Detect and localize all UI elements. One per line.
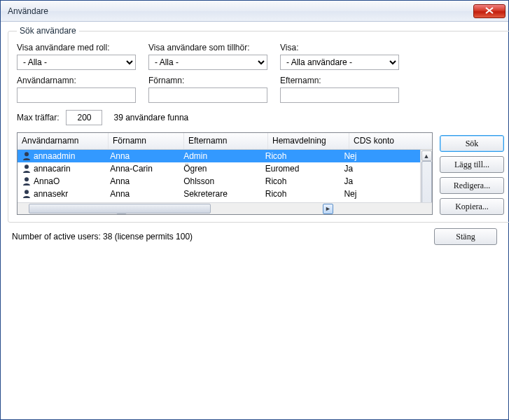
table-row[interactable]: annacarinAnna-CarinÖgrenEuromedJa [18,162,420,175]
cell-firstname: Anna [106,189,179,199]
cell-lastname: Sekreterare [179,189,261,199]
user-icon [22,189,32,199]
close-icon [485,6,494,16]
client-area: Sök användare Visa användare med roll: -… [1,22,508,419]
cell-firstname: Anna [106,151,179,161]
cell-department: Ricoh [261,176,340,186]
window-title: Användare [8,6,48,16]
cell-username: annaadmin [34,151,75,161]
vertical-scrollbar[interactable]: ▲ ▼ [420,150,432,202]
maxhits-input[interactable] [66,110,102,125]
user-icon [22,164,32,174]
search-button[interactable]: Sök [440,135,504,152]
svg-point-2 [25,177,29,181]
cell-lastname: Ohlsson [179,176,261,186]
cell-lastname: Admin [179,151,261,161]
license-status: Number of active users: 38 (license perm… [12,232,193,241]
add-button[interactable]: Lägg till... [440,156,504,173]
belongs-label: Visa användare som tillhör: [148,43,267,52]
username-input[interactable] [17,88,136,103]
titlebar: Användare [1,1,508,22]
footer: Number of active users: 38 (license perm… [8,223,501,246]
firstname-label: Förnamn: [148,76,267,85]
table-row[interactable]: annasekrAnnaSekreterareRicohNej [18,188,420,200]
cell-username: annasekr [34,189,68,199]
col-department[interactable]: Hemavdelning [268,133,349,149]
user-icon [22,151,32,161]
cell-cds: Ja [340,176,420,186]
scroll-up-icon[interactable]: ▲ [421,150,432,161]
hscroll-thumb[interactable] [29,204,211,214]
col-firstname[interactable]: Förnamn [109,133,184,149]
search-legend: Sök användare [17,26,79,36]
cell-cds: Nej [340,151,420,161]
cell-username: AnnaO [34,176,60,186]
close-button[interactable] [473,4,505,18]
role-label: Visa användare med roll: [17,43,136,52]
search-fieldset: Sök användare Visa användare med roll: -… [8,26,509,223]
username-label: Användarnamn: [17,76,136,85]
cell-lastname: Ögren [179,164,261,174]
dialog-window: Användare Sök användare Visa användare m… [0,0,509,420]
svg-point-1 [25,164,29,169]
cell-department: Ricoh [261,189,340,199]
col-cds[interactable]: CDS konto [349,133,432,149]
user-icon [22,176,32,186]
maxhits-label: Max träffar: [17,113,59,122]
table-row[interactable]: annaadminAnnaAdminRicohNej [18,150,420,162]
cell-firstname: Anna-Carin [106,164,179,174]
role-select[interactable]: - Alla - [17,55,136,70]
show-label: Visa: [280,43,399,52]
belongs-select[interactable]: - Alla - [148,55,267,70]
table-body: annaadminAnnaAdminRicohNejannacarinAnna-… [18,150,432,202]
users-table: Användarnamn Förnamn Efternamn Hemavdeln… [17,132,433,215]
lastname-input[interactable] [280,88,399,103]
cell-firstname: Anna [106,176,179,186]
lastname-label: Efternamn: [280,76,399,85]
firstname-input[interactable] [148,88,267,103]
cell-username: annacarin [34,164,71,174]
cell-department: Ricoh [261,151,340,161]
scroll-right-icon[interactable]: ► [323,204,333,214]
svg-point-3 [25,190,29,194]
svg-point-0 [25,152,29,156]
edit-button[interactable]: Redigera... [440,177,504,194]
action-buttons: Sök Lägg till... Redigera... Kopiera... [440,132,504,215]
table-header: Användarnamn Förnamn Efternamn Hemavdeln… [18,133,432,150]
show-select[interactable]: - Alla användare - [280,55,399,70]
table-row[interactable]: AnnaOAnnaOhlssonRicohJa [18,175,420,188]
cell-cds: Nej [340,189,420,199]
close-dialog-button[interactable]: Stäng [434,228,497,245]
scroll-thumb[interactable] [421,161,432,202]
col-lastname[interactable]: Efternamn [184,133,268,149]
copy-button[interactable]: Kopiera... [440,198,504,215]
horizontal-scrollbar[interactable]: ◄ ► [18,202,432,214]
found-count: 39 användare funna [113,113,188,122]
col-username[interactable]: Användarnamn [18,133,109,149]
cell-department: Euromed [261,164,340,174]
cell-cds: Ja [340,164,420,174]
